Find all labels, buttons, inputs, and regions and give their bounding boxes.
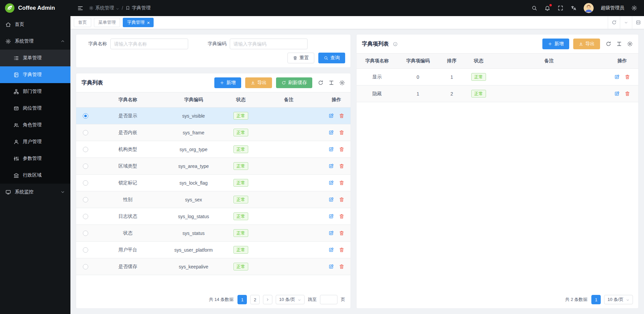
tabbar-controls bbox=[608, 16, 644, 29]
content-fullscreen-button[interactable] bbox=[632, 16, 644, 29]
dict-table-row[interactable]: 用户平台 sys_user_platform 正常 bbox=[76, 242, 351, 258]
delete-icon[interactable] bbox=[339, 146, 344, 152]
tab-options-button[interactable] bbox=[620, 16, 632, 29]
sidebar-item-menu-mgmt[interactable]: 菜单管理 bbox=[0, 50, 70, 66]
dict-table-row[interactable]: 锁定标记 sys_lock_flag 正常 bbox=[76, 175, 351, 191]
tab-home[interactable]: 首页 bbox=[74, 18, 91, 27]
edit-icon[interactable] bbox=[328, 180, 334, 186]
refresh-tabs-button[interactable] bbox=[608, 16, 620, 29]
edit-icon[interactable] bbox=[328, 213, 334, 219]
row-select-radio[interactable] bbox=[83, 147, 88, 152]
page-button-2[interactable]: 2 bbox=[250, 295, 260, 304]
column-settings-icon[interactable] bbox=[339, 80, 345, 86]
dict-table-row[interactable]: 机构类型 sys_org_type 正常 bbox=[76, 141, 351, 158]
row-select-radio[interactable] bbox=[83, 130, 88, 135]
delete-icon[interactable] bbox=[339, 113, 344, 119]
row-select-radio[interactable] bbox=[83, 247, 88, 253]
total-count: 共 14 条数据 bbox=[209, 297, 234, 303]
settings-gear-icon[interactable] bbox=[631, 5, 637, 11]
sidebar-item-post-mgmt[interactable]: 岗位管理 bbox=[0, 100, 70, 117]
delete-icon[interactable] bbox=[339, 163, 344, 169]
delete-icon[interactable] bbox=[339, 230, 344, 236]
breadcrumb-item-system[interactable]: 系统管理 bbox=[89, 5, 119, 11]
sidebar-group-monitor[interactable]: 系统监控 bbox=[0, 184, 70, 200]
page-button-1[interactable]: 1 bbox=[591, 295, 601, 304]
delete-icon[interactable] bbox=[339, 247, 344, 253]
dict-table-row[interactable]: 性别 sys_sex 正常 bbox=[76, 191, 351, 208]
column-header: 排序 bbox=[438, 58, 465, 64]
row-select-radio[interactable] bbox=[83, 180, 88, 186]
jump-page-input[interactable] bbox=[320, 295, 337, 304]
row-select-radio[interactable] bbox=[83, 197, 88, 202]
text-size-icon[interactable] bbox=[328, 80, 334, 86]
edit-icon[interactable] bbox=[328, 230, 334, 236]
add-item-button[interactable]: 新增 bbox=[542, 39, 569, 49]
dict-table-row[interactable]: 区域类型 sys_area_type 正常 bbox=[76, 158, 351, 175]
sidebar-item-home[interactable]: 首页 bbox=[0, 16, 70, 33]
collapse-sidebar-icon[interactable] bbox=[77, 5, 84, 11]
dict-table-row[interactable]: 日志状态 sys_log_status 正常 bbox=[76, 208, 351, 225]
sidebar-item-region[interactable]: 行政区域 bbox=[0, 167, 70, 184]
breadcrumb-item-dict[interactable]: 字典管理 bbox=[125, 5, 151, 11]
refresh-cache-button[interactable]: 刷新缓存 bbox=[276, 77, 312, 88]
tab-menu-mgmt[interactable]: 菜单管理 bbox=[94, 18, 120, 27]
row-select-radio[interactable] bbox=[83, 264, 88, 269]
export-dict-button[interactable]: 导出 bbox=[245, 77, 272, 88]
export-items-button[interactable]: 导出 bbox=[573, 39, 600, 49]
row-select-radio[interactable] bbox=[83, 113, 88, 119]
dict-table-row[interactable]: 状态 sys_status 正常 bbox=[76, 225, 351, 242]
row-select-radio[interactable] bbox=[83, 164, 88, 169]
next-page-button[interactable] bbox=[263, 295, 272, 304]
row-select-radio[interactable] bbox=[83, 214, 88, 219]
fullscreen-icon[interactable] bbox=[557, 5, 564, 11]
row-select-radio[interactable] bbox=[83, 231, 88, 236]
add-dict-button[interactable]: 新增 bbox=[214, 77, 241, 88]
sidebar-group-system[interactable]: 系统管理 bbox=[0, 33, 70, 50]
delete-icon[interactable] bbox=[339, 197, 344, 202]
sidebar-item-dept-mgmt[interactable]: 部门管理 bbox=[0, 83, 70, 100]
sidebar-item-user-mgmt[interactable]: 用户管理 bbox=[0, 133, 70, 150]
dict-table-row[interactable]: 是否缓存 sys_keepalive 正常 bbox=[76, 258, 351, 275]
reset-button[interactable]: 重置 bbox=[287, 53, 314, 63]
tab-dict-mgmt[interactable]: 字典管理 × bbox=[123, 18, 154, 27]
dict-item-row[interactable]: 隐藏 1 2 正常 bbox=[357, 85, 638, 102]
edit-icon[interactable] bbox=[614, 74, 620, 80]
dict-table-row[interactable]: 是否内嵌 sys_frame 正常 bbox=[76, 124, 351, 141]
page-button-1[interactable]: 1 bbox=[237, 295, 247, 304]
translate-icon[interactable] bbox=[571, 5, 577, 11]
dict-item-row[interactable]: 显示 0 1 正常 bbox=[357, 69, 638, 85]
edit-icon[interactable] bbox=[328, 146, 334, 152]
dict-table-row[interactable]: 是否显示 sys_visible 正常 bbox=[76, 108, 351, 124]
edit-icon[interactable] bbox=[328, 130, 334, 135]
page-size-select[interactable]: 10 条/页 bbox=[276, 295, 305, 304]
delete-icon[interactable] bbox=[339, 264, 344, 269]
delete-icon[interactable] bbox=[625, 91, 630, 97]
edit-icon[interactable] bbox=[328, 197, 334, 202]
sidebar-item-param-mgmt[interactable]: 参数管理 bbox=[0, 150, 70, 167]
dict-code-input[interactable] bbox=[230, 39, 308, 49]
delete-icon[interactable] bbox=[339, 130, 344, 135]
search-icon[interactable] bbox=[531, 5, 537, 11]
username[interactable]: 超级管理员 bbox=[601, 5, 624, 11]
sidebar-item-role-mgmt[interactable]: 角色管理 bbox=[0, 117, 70, 133]
edit-icon[interactable] bbox=[328, 264, 334, 269]
avatar[interactable] bbox=[584, 3, 594, 13]
delete-icon[interactable] bbox=[625, 74, 630, 80]
text-size-icon[interactable] bbox=[616, 41, 622, 47]
edit-icon[interactable] bbox=[328, 113, 334, 119]
query-button[interactable]: 查询 bbox=[318, 53, 345, 63]
dict-name-input[interactable] bbox=[110, 39, 188, 49]
delete-icon[interactable] bbox=[339, 180, 344, 186]
close-icon[interactable]: × bbox=[147, 20, 150, 25]
delete-icon[interactable] bbox=[339, 213, 344, 219]
edit-icon[interactable] bbox=[614, 91, 620, 97]
info-icon[interactable] bbox=[393, 42, 398, 47]
column-settings-icon[interactable] bbox=[627, 41, 633, 47]
edit-icon[interactable] bbox=[328, 163, 334, 169]
refresh-table-icon[interactable] bbox=[318, 80, 324, 86]
sidebar-item-dict-mgmt[interactable]: 字典管理 bbox=[0, 66, 70, 83]
refresh-table-icon[interactable] bbox=[605, 41, 611, 47]
page-size-select[interactable]: 10 条/页 bbox=[604, 295, 633, 304]
notifications-button[interactable] bbox=[544, 5, 550, 11]
edit-icon[interactable] bbox=[328, 247, 334, 253]
